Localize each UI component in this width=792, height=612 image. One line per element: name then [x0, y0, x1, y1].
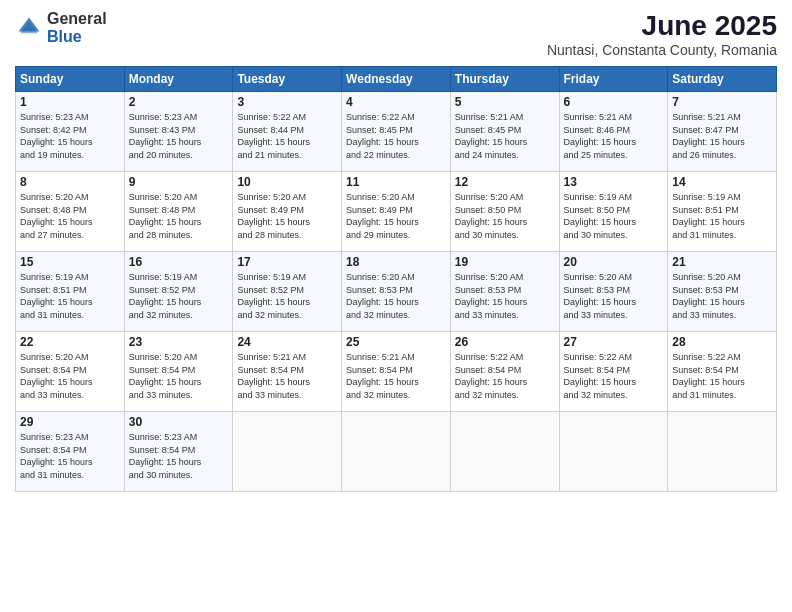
day-info: Sunrise: 5:21 AMSunset: 8:46 PMDaylight:…: [564, 112, 637, 160]
day-info: Sunrise: 5:20 AMSunset: 8:50 PMDaylight:…: [455, 192, 528, 240]
table-row: 3 Sunrise: 5:22 AMSunset: 8:44 PMDayligh…: [233, 92, 342, 172]
day-number: 20: [564, 255, 664, 269]
day-info: Sunrise: 5:23 AMSunset: 8:43 PMDaylight:…: [129, 112, 202, 160]
col-friday: Friday: [559, 67, 668, 92]
table-row: 25 Sunrise: 5:21 AMSunset: 8:54 PMDaylig…: [342, 332, 451, 412]
table-row: [668, 412, 777, 492]
day-info: Sunrise: 5:20 AMSunset: 8:49 PMDaylight:…: [237, 192, 310, 240]
day-number: 25: [346, 335, 446, 349]
calendar-week-4: 22 Sunrise: 5:20 AMSunset: 8:54 PMDaylig…: [16, 332, 777, 412]
table-row: 16 Sunrise: 5:19 AMSunset: 8:52 PMDaylig…: [124, 252, 233, 332]
day-number: 22: [20, 335, 120, 349]
calendar-table: Sunday Monday Tuesday Wednesday Thursday…: [15, 66, 777, 492]
day-info: Sunrise: 5:22 AMSunset: 8:54 PMDaylight:…: [455, 352, 528, 400]
day-info: Sunrise: 5:21 AMSunset: 8:47 PMDaylight:…: [672, 112, 745, 160]
day-number: 9: [129, 175, 229, 189]
day-info: Sunrise: 5:19 AMSunset: 8:51 PMDaylight:…: [20, 272, 93, 320]
table-row: [342, 412, 451, 492]
day-number: 17: [237, 255, 337, 269]
day-info: Sunrise: 5:20 AMSunset: 8:53 PMDaylight:…: [346, 272, 419, 320]
subtitle: Nuntasi, Constanta County, Romania: [547, 42, 777, 58]
table-row: 17 Sunrise: 5:19 AMSunset: 8:52 PMDaylig…: [233, 252, 342, 332]
table-row: 13 Sunrise: 5:19 AMSunset: 8:50 PMDaylig…: [559, 172, 668, 252]
day-number: 18: [346, 255, 446, 269]
table-row: 1 Sunrise: 5:23 AMSunset: 8:42 PMDayligh…: [16, 92, 125, 172]
day-number: 2: [129, 95, 229, 109]
calendar-week-3: 15 Sunrise: 5:19 AMSunset: 8:51 PMDaylig…: [16, 252, 777, 332]
day-info: Sunrise: 5:22 AMSunset: 8:54 PMDaylight:…: [564, 352, 637, 400]
table-row: 30 Sunrise: 5:23 AMSunset: 8:54 PMDaylig…: [124, 412, 233, 492]
day-number: 5: [455, 95, 555, 109]
day-number: 28: [672, 335, 772, 349]
col-monday: Monday: [124, 67, 233, 92]
day-number: 8: [20, 175, 120, 189]
logo-text: General Blue: [47, 10, 107, 45]
day-number: 11: [346, 175, 446, 189]
day-number: 14: [672, 175, 772, 189]
table-row: 27 Sunrise: 5:22 AMSunset: 8:54 PMDaylig…: [559, 332, 668, 412]
day-info: Sunrise: 5:23 AMSunset: 8:54 PMDaylight:…: [129, 432, 202, 480]
day-number: 12: [455, 175, 555, 189]
table-row: 26 Sunrise: 5:22 AMSunset: 8:54 PMDaylig…: [450, 332, 559, 412]
table-row: 11 Sunrise: 5:20 AMSunset: 8:49 PMDaylig…: [342, 172, 451, 252]
table-row: 18 Sunrise: 5:20 AMSunset: 8:53 PMDaylig…: [342, 252, 451, 332]
table-row: [233, 412, 342, 492]
table-row: 6 Sunrise: 5:21 AMSunset: 8:46 PMDayligh…: [559, 92, 668, 172]
day-number: 19: [455, 255, 555, 269]
day-info: Sunrise: 5:20 AMSunset: 8:54 PMDaylight:…: [129, 352, 202, 400]
page: General Blue June 2025 Nuntasi, Constant…: [0, 0, 792, 612]
calendar-week-2: 8 Sunrise: 5:20 AMSunset: 8:48 PMDayligh…: [16, 172, 777, 252]
day-number: 30: [129, 415, 229, 429]
table-row: 9 Sunrise: 5:20 AMSunset: 8:48 PMDayligh…: [124, 172, 233, 252]
table-row: 7 Sunrise: 5:21 AMSunset: 8:47 PMDayligh…: [668, 92, 777, 172]
header-row: Sunday Monday Tuesday Wednesday Thursday…: [16, 67, 777, 92]
table-row: 21 Sunrise: 5:20 AMSunset: 8:53 PMDaylig…: [668, 252, 777, 332]
day-number: 13: [564, 175, 664, 189]
table-row: 19 Sunrise: 5:20 AMSunset: 8:53 PMDaylig…: [450, 252, 559, 332]
day-info: Sunrise: 5:21 AMSunset: 8:54 PMDaylight:…: [346, 352, 419, 400]
day-info: Sunrise: 5:20 AMSunset: 8:53 PMDaylight:…: [672, 272, 745, 320]
day-info: Sunrise: 5:23 AMSunset: 8:54 PMDaylight:…: [20, 432, 93, 480]
day-info: Sunrise: 5:20 AMSunset: 8:48 PMDaylight:…: [20, 192, 93, 240]
day-info: Sunrise: 5:20 AMSunset: 8:53 PMDaylight:…: [455, 272, 528, 320]
day-number: 7: [672, 95, 772, 109]
table-row: 14 Sunrise: 5:19 AMSunset: 8:51 PMDaylig…: [668, 172, 777, 252]
day-number: 3: [237, 95, 337, 109]
header: General Blue June 2025 Nuntasi, Constant…: [15, 10, 777, 58]
day-info: Sunrise: 5:20 AMSunset: 8:54 PMDaylight:…: [20, 352, 93, 400]
day-info: Sunrise: 5:19 AMSunset: 8:52 PMDaylight:…: [237, 272, 310, 320]
col-sunday: Sunday: [16, 67, 125, 92]
day-number: 4: [346, 95, 446, 109]
table-row: 23 Sunrise: 5:20 AMSunset: 8:54 PMDaylig…: [124, 332, 233, 412]
day-number: 10: [237, 175, 337, 189]
col-saturday: Saturday: [668, 67, 777, 92]
day-info: Sunrise: 5:22 AMSunset: 8:45 PMDaylight:…: [346, 112, 419, 160]
logo-general: General: [47, 10, 107, 28]
day-number: 29: [20, 415, 120, 429]
calendar-week-5: 29 Sunrise: 5:23 AMSunset: 8:54 PMDaylig…: [16, 412, 777, 492]
table-row: 2 Sunrise: 5:23 AMSunset: 8:43 PMDayligh…: [124, 92, 233, 172]
logo-icon: [15, 14, 43, 42]
table-row: 10 Sunrise: 5:20 AMSunset: 8:49 PMDaylig…: [233, 172, 342, 252]
table-row: 4 Sunrise: 5:22 AMSunset: 8:45 PMDayligh…: [342, 92, 451, 172]
col-tuesday: Tuesday: [233, 67, 342, 92]
day-info: Sunrise: 5:22 AMSunset: 8:54 PMDaylight:…: [672, 352, 745, 400]
month-title: June 2025: [547, 10, 777, 42]
col-thursday: Thursday: [450, 67, 559, 92]
day-number: 26: [455, 335, 555, 349]
table-row: 20 Sunrise: 5:20 AMSunset: 8:53 PMDaylig…: [559, 252, 668, 332]
day-number: 21: [672, 255, 772, 269]
table-row: 28 Sunrise: 5:22 AMSunset: 8:54 PMDaylig…: [668, 332, 777, 412]
day-info: Sunrise: 5:21 AMSunset: 8:54 PMDaylight:…: [237, 352, 310, 400]
table-row: 15 Sunrise: 5:19 AMSunset: 8:51 PMDaylig…: [16, 252, 125, 332]
table-row: 5 Sunrise: 5:21 AMSunset: 8:45 PMDayligh…: [450, 92, 559, 172]
table-row: 22 Sunrise: 5:20 AMSunset: 8:54 PMDaylig…: [16, 332, 125, 412]
day-info: Sunrise: 5:19 AMSunset: 8:52 PMDaylight:…: [129, 272, 202, 320]
col-wednesday: Wednesday: [342, 67, 451, 92]
day-info: Sunrise: 5:22 AMSunset: 8:44 PMDaylight:…: [237, 112, 310, 160]
day-info: Sunrise: 5:20 AMSunset: 8:48 PMDaylight:…: [129, 192, 202, 240]
day-info: Sunrise: 5:23 AMSunset: 8:42 PMDaylight:…: [20, 112, 93, 160]
day-number: 24: [237, 335, 337, 349]
day-number: 27: [564, 335, 664, 349]
day-info: Sunrise: 5:19 AMSunset: 8:50 PMDaylight:…: [564, 192, 637, 240]
